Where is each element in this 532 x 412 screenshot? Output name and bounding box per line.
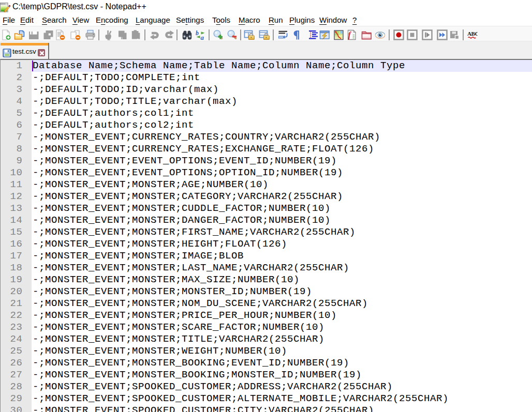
svg-text:b: b bbox=[196, 29, 199, 37]
svg-text:a: a bbox=[201, 34, 204, 40]
svg-text:ABC: ABC bbox=[467, 30, 478, 37]
